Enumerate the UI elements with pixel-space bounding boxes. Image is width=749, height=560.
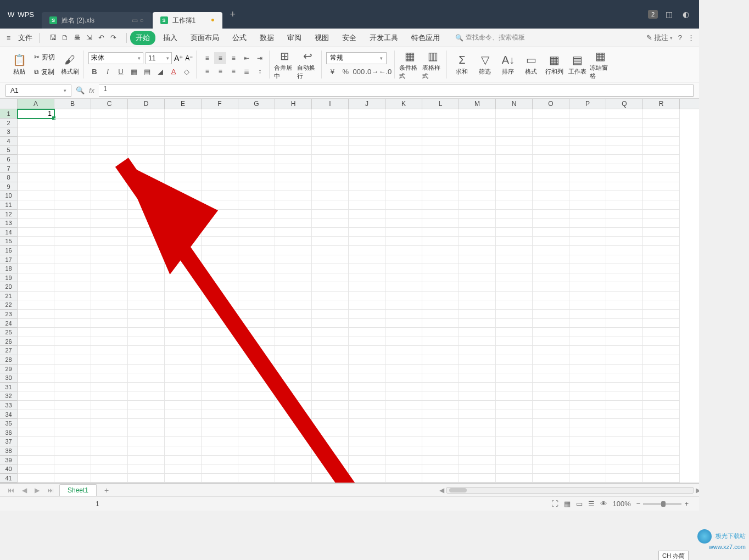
cell[interactable] xyxy=(606,300,643,310)
font-color-button[interactable]: A xyxy=(167,66,180,77)
cell[interactable] xyxy=(533,401,569,410)
cell[interactable] xyxy=(422,200,459,210)
cell[interactable] xyxy=(91,391,128,401)
cell[interactable] xyxy=(385,246,422,255)
cell[interactable] xyxy=(569,456,606,465)
cell[interactable] xyxy=(349,346,385,355)
cell[interactable] xyxy=(275,365,312,374)
cell[interactable] xyxy=(643,219,680,228)
cell[interactable] xyxy=(312,319,349,328)
scroll-left-icon[interactable]: ◀ xyxy=(439,486,444,494)
cell[interactable] xyxy=(202,401,238,410)
cell[interactable] xyxy=(165,437,202,446)
cell[interactable] xyxy=(165,173,202,182)
cell[interactable] xyxy=(128,401,165,410)
cell[interactable] xyxy=(496,355,533,365)
cell[interactable] xyxy=(128,419,165,428)
cell[interactable] xyxy=(459,228,496,237)
ribbon-tab-formula[interactable]: 公式 xyxy=(227,31,252,45)
select-all-corner[interactable] xyxy=(0,99,18,109)
cell[interactable] xyxy=(18,474,54,483)
row-header[interactable]: 15 xyxy=(0,237,18,246)
save-icon[interactable]: 🖫 xyxy=(47,32,58,43)
cell[interactable] xyxy=(533,365,569,374)
cell[interactable] xyxy=(202,373,238,383)
cell[interactable] xyxy=(385,346,422,355)
cell[interactable] xyxy=(643,383,680,392)
cell[interactable] xyxy=(349,282,385,292)
percent-icon[interactable]: % xyxy=(339,66,351,77)
cell[interactable] xyxy=(275,464,312,474)
cell[interactable] xyxy=(569,373,606,383)
cell[interactable] xyxy=(385,237,422,246)
cell[interactable] xyxy=(128,474,165,483)
notification-badge[interactable]: 2 xyxy=(648,10,658,19)
border-button[interactable]: ▦ xyxy=(128,66,140,77)
cell[interactable] xyxy=(18,328,54,337)
increase-font-icon[interactable]: A⁺ xyxy=(174,54,183,63)
cell[interactable] xyxy=(422,155,459,164)
cloud-icon[interactable]: ◫ xyxy=(663,8,675,21)
cell[interactable] xyxy=(459,310,496,319)
cell[interactable] xyxy=(54,446,91,456)
sheet-nav-prev-icon[interactable]: ◀ xyxy=(20,486,29,494)
cell[interactable] xyxy=(91,109,128,119)
zoom-in-icon[interactable]: + xyxy=(681,500,691,508)
cell[interactable] xyxy=(165,228,202,237)
cell[interactable] xyxy=(385,391,422,401)
cell[interactable] xyxy=(496,155,533,164)
cell[interactable] xyxy=(165,391,202,401)
cell[interactable] xyxy=(533,346,569,355)
cell[interactable] xyxy=(202,292,238,301)
increase-decimal-icon[interactable]: .0→ xyxy=(366,66,378,77)
cell[interactable] xyxy=(91,401,128,410)
column-header[interactable]: J xyxy=(349,99,385,109)
fullscreen-icon[interactable]: ⛶ xyxy=(549,500,561,508)
cell[interactable] xyxy=(238,300,275,310)
row-header[interactable]: 17 xyxy=(0,255,18,265)
filter-button[interactable]: ▽筛选 xyxy=(474,53,495,76)
cell[interactable] xyxy=(238,191,275,200)
orientation-icon[interactable]: ↕ xyxy=(254,65,266,77)
cell[interactable] xyxy=(202,391,238,401)
cell[interactable]: 1 xyxy=(18,109,54,119)
file-menu[interactable]: 文件 xyxy=(15,32,36,44)
sheet-nav-first-icon[interactable]: ⏮ xyxy=(5,486,16,494)
cell[interactable] xyxy=(91,419,128,428)
cell[interactable] xyxy=(496,182,533,192)
cell[interactable] xyxy=(606,155,643,164)
cell[interactable] xyxy=(606,191,643,200)
cell[interactable] xyxy=(165,255,202,265)
redo-icon[interactable]: ↷ xyxy=(108,32,119,43)
cell[interactable] xyxy=(275,401,312,410)
cell[interactable] xyxy=(18,419,54,428)
currency-icon[interactable]: ¥ xyxy=(326,66,338,77)
format-button[interactable]: ▭格式 xyxy=(521,53,541,76)
cell[interactable] xyxy=(312,182,349,192)
cell[interactable] xyxy=(422,119,459,128)
cell[interactable] xyxy=(238,228,275,237)
cell[interactable] xyxy=(643,437,680,446)
cell[interactable] xyxy=(643,365,680,374)
annotate-dropdown[interactable]: ✎ 批注 ▾ xyxy=(646,33,673,43)
cell[interactable] xyxy=(128,383,165,392)
cell[interactable] xyxy=(459,346,496,355)
cell[interactable] xyxy=(54,428,91,438)
cell[interactable] xyxy=(54,401,91,410)
cell[interactable] xyxy=(496,219,533,228)
cell[interactable] xyxy=(643,337,680,346)
cell[interactable] xyxy=(533,383,569,392)
cell[interactable] xyxy=(275,237,312,246)
cell[interactable] xyxy=(459,264,496,273)
cell[interactable] xyxy=(312,127,349,137)
scroll-right-icon[interactable]: ▶ xyxy=(696,486,699,494)
cell[interactable] xyxy=(606,228,643,237)
font-name-select[interactable]: 宋体▾ xyxy=(88,52,143,64)
row-header[interactable]: 11 xyxy=(0,200,18,210)
cell[interactable] xyxy=(275,437,312,446)
cell[interactable] xyxy=(643,145,680,155)
cell[interactable] xyxy=(128,346,165,355)
cell[interactable] xyxy=(54,437,91,446)
cell[interactable] xyxy=(459,373,496,383)
cell[interactable] xyxy=(459,164,496,173)
